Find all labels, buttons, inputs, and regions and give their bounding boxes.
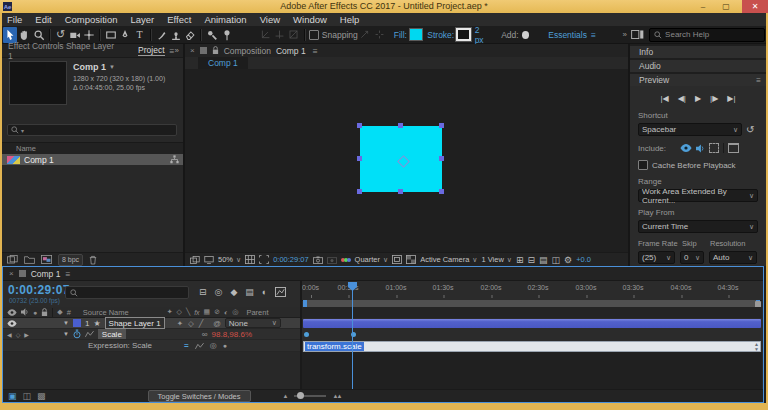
menu-view[interactable]: View	[260, 14, 280, 25]
parent-dropdown[interactable]: None∨	[225, 318, 281, 328]
menu-layer[interactable]: Layer	[131, 14, 155, 25]
fill-label[interactable]: Fill:	[394, 30, 407, 40]
play-button[interactable]: ▶	[695, 94, 701, 103]
grid-guides-icon[interactable]	[245, 255, 255, 264]
timeline-graph-empty[interactable]	[301, 352, 762, 389]
help-search-input[interactable]: Search Help	[649, 28, 765, 42]
exposure-value[interactable]: +0.0	[576, 255, 591, 264]
type-tool[interactable]: T	[133, 27, 147, 43]
layer-row[interactable]: ▼ 1 ★ Shape Layer 1 ✦ ◇ ╱ @ None∨	[3, 318, 301, 329]
magnification-dropdown[interactable]: 50%∨	[218, 255, 241, 264]
layer-controls-icon[interactable]	[728, 143, 739, 153]
flowchart-button-icon[interactable]: ◫	[552, 255, 561, 265]
skip-dropdown[interactable]: 0∨	[680, 251, 704, 264]
cache-before-playback-checkbox[interactable]	[638, 160, 648, 170]
collapse-switch-icon[interactable]: ◇	[177, 308, 182, 316]
scroll-down-icon[interactable]: ▼	[754, 347, 759, 351]
selection-handle[interactable]	[439, 189, 444, 194]
expression-text-selected[interactable]: transform.scale	[305, 342, 364, 351]
bit-depth-button[interactable]: 8 bpc	[58, 254, 83, 266]
graph-editor-icon[interactable]	[275, 287, 286, 297]
expression-pickwhip-icon[interactable]: ◎	[210, 341, 217, 350]
live-update-icon[interactable]: ◎	[215, 287, 223, 297]
timeline-button-icon[interactable]: ▤	[539, 255, 548, 265]
work-area-bar[interactable]	[303, 300, 760, 307]
toggle-switches-modes-button[interactable]: Toggle Switches / Modes	[148, 390, 251, 402]
solo-column-icon[interactable]: ●	[33, 309, 37, 316]
shy-switch-icon[interactable]: ✦	[167, 308, 173, 316]
menu-animation[interactable]: Animation	[204, 14, 246, 25]
selection-handle[interactable]	[357, 156, 362, 161]
next-frame-button[interactable]: |▶	[710, 94, 718, 103]
resolution-dropdown[interactable]: Quarter∨	[355, 255, 389, 264]
first-frame-button[interactable]: |◀	[660, 94, 668, 103]
menu-help[interactable]: Help	[340, 14, 360, 25]
work-area-start-handle[interactable]	[303, 300, 307, 307]
next-keyframe-icon[interactable]: ▶	[24, 331, 29, 338]
show-snapshot-icon[interactable]	[327, 256, 337, 264]
stroke-color-swatch[interactable]	[456, 28, 470, 41]
show-channel-icon[interactable]	[341, 258, 351, 262]
resolution-dropdown-preview[interactable]: Auto∨	[709, 251, 757, 264]
shy-layers-icon[interactable]: ◆	[230, 287, 237, 297]
lock-icon[interactable]	[212, 46, 219, 55]
motion-blur-switch-icon[interactable]: ⊘	[214, 308, 220, 316]
timeline-zoom-slider[interactable]	[294, 395, 326, 397]
scale-value[interactable]: 98.8,98.6%	[212, 330, 252, 339]
view-axis-mode-icon[interactable]	[287, 27, 301, 43]
adjustment-switch-icon[interactable]: ◐	[224, 309, 228, 316]
zoom-in-mountains-icon[interactable]: ▲▲	[332, 393, 340, 399]
new-composition-icon[interactable]	[41, 255, 52, 264]
expression-language-menu-icon[interactable]: ●	[223, 342, 227, 349]
layer-quality-icon[interactable]: ╱	[199, 319, 204, 328]
expression-graph-icon[interactable]	[195, 342, 204, 350]
always-preview-icon[interactable]	[190, 256, 200, 264]
fast-previews-icon[interactable]: ⊟	[528, 255, 536, 265]
range-dropdown[interactable]: Work Area Extended By Current...∨	[638, 189, 758, 202]
lock-column-icon[interactable]	[41, 308, 48, 317]
panel-drag-icon[interactable]	[200, 47, 207, 54]
selection-handle[interactable]	[398, 123, 403, 128]
graph-overlay-icon[interactable]	[85, 330, 94, 338]
add-keyframe-icon[interactable]: ◇	[16, 331, 21, 338]
panel-drag-icon[interactable]	[19, 270, 26, 277]
selection-handle[interactable]	[357, 189, 362, 194]
chevron-overflow-icon[interactable]: »	[175, 46, 179, 55]
include-video-eye-icon[interactable]	[680, 144, 692, 152]
primary-viewer-icon[interactable]	[204, 256, 214, 264]
view-layout-dropdown[interactable]: 1 View∨	[481, 255, 512, 264]
audio-panel-header[interactable]: Audio	[630, 60, 766, 72]
tab-project[interactable]: Project	[138, 45, 164, 56]
number-column-header[interactable]: #	[67, 308, 71, 317]
menu-file[interactable]: File	[7, 14, 22, 25]
local-axis-mode-icon[interactable]	[258, 27, 272, 43]
snapshot-camera-icon[interactable]	[313, 256, 323, 264]
timeline-tab[interactable]: Comp 1	[31, 269, 61, 279]
comp-tab[interactable]: Comp 1	[198, 57, 248, 69]
shortcut-dropdown[interactable]: Spacebar∨	[638, 123, 742, 136]
zoom-out-mountain-icon[interactable]: ▲	[283, 393, 289, 399]
audio-column-speaker-icon[interactable]	[21, 308, 29, 316]
panel-menu-icon[interactable]: ≡	[313, 46, 318, 56]
parent-column-header[interactable]: Parent	[246, 308, 268, 317]
current-timecode[interactable]: 0:00:29:07	[8, 283, 70, 297]
constrain-proportions-icon[interactable]: ∞	[202, 330, 208, 339]
reset-exposure-icon[interactable]: ⚙	[564, 255, 572, 265]
frame-blend-switch-icon[interactable]: ▦	[204, 308, 211, 316]
scale-property-name[interactable]: Scale	[98, 329, 126, 339]
world-axis-mode-icon[interactable]	[272, 27, 286, 43]
layer-name[interactable]: Shape Layer 1	[105, 317, 165, 329]
trash-icon[interactable]	[89, 255, 97, 265]
snapping-checkbox[interactable]	[309, 30, 319, 40]
clone-stamp-tool[interactable]	[169, 27, 183, 43]
parent-pickwhip-icon[interactable]: @	[213, 319, 221, 328]
panel-menu-icon[interactable]: ≡	[756, 76, 761, 85]
puppet-pin-tool[interactable]	[219, 27, 233, 43]
viewer-timecode[interactable]: 0:00:29:07	[273, 255, 308, 264]
layer-twirl-icon[interactable]: ▼	[63, 320, 69, 326]
chevron-overflow-icon[interactable]: »	[622, 30, 626, 39]
selection-handle[interactable]	[439, 156, 444, 161]
close-button[interactable]: ✕	[742, 0, 768, 13]
menu-window[interactable]: Window	[293, 14, 327, 25]
interpret-footage-icon[interactable]	[7, 255, 18, 264]
